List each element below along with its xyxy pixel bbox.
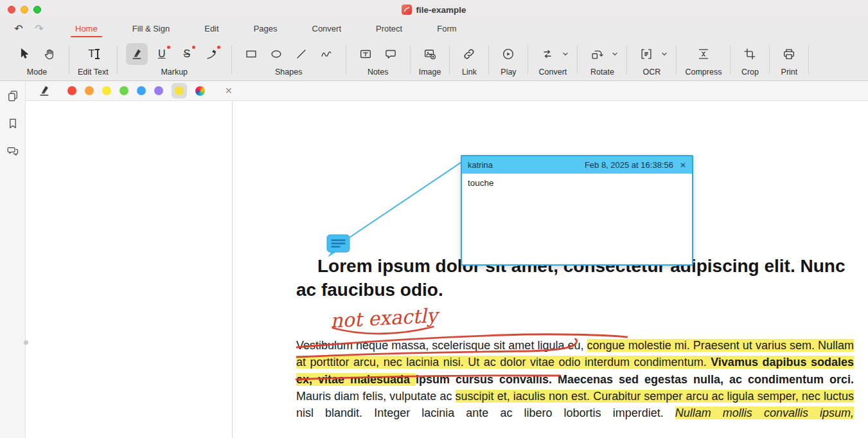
highlighted-italic-text[interactable]: Nullam mollis convallis ipsum, [675,406,854,419]
undo-button[interactable]: ↶ [10,21,27,37]
toolbar-group-play: Play [489,42,527,77]
strikethrough-icon: S [183,48,190,60]
ellipse-shape-button[interactable] [265,43,287,65]
app-window: file-example ↶ ↷ Home Fill & Sign Edit P… [0,0,868,438]
color-dot-indicator [217,46,220,49]
toolbar-group-crop: Crop [731,42,769,77]
comment-author: katrina [468,160,493,170]
thumbnails-panel-button[interactable] [3,85,23,107]
crop-button[interactable] [739,43,761,65]
thumbnails-panel [26,101,233,438]
printer-icon [782,47,796,61]
sticky-note-annotation[interactable] [326,234,356,259]
cursor-icon [17,47,31,61]
toolbar-group-shapes: Shapes [232,42,346,77]
main-toolbar: Mode T Edit Text U S [0,39,868,81]
color-swatch-red[interactable] [67,86,76,95]
hand-tool-button[interactable] [39,43,60,65]
play-button[interactable] [497,43,519,65]
toolbar-group-markup: U S Markup [118,42,231,77]
toolbar-label-notes: Notes [368,68,389,77]
document-page[interactable]: Lorem ipsum dolor sit amet, consectetur … [233,101,868,438]
bold-text: ipsum cursus convallis. Maecenas sed ege… [416,373,854,386]
line-shape-button[interactable] [290,43,312,65]
comment-body[interactable]: touche [462,174,692,264]
toolbar-label-compress: Compress [685,68,722,77]
toolbar-group-link: Link [450,42,488,77]
chevron-down-icon[interactable] [661,51,668,57]
selected-color-dot [175,86,184,95]
toolbar-group-rotate: Rotate [578,42,626,77]
comment-note-button[interactable] [380,43,402,65]
tab-fill-and-sign[interactable]: Fill & Sign [115,19,188,39]
color-swatch-purple[interactable] [154,86,163,95]
color-swatch-blue[interactable] [137,86,146,95]
convert-button[interactable] [536,43,558,65]
pen-tool-button[interactable] [201,43,223,65]
tab-form[interactable]: Form [420,19,474,39]
color-swatch-yellow[interactable] [102,86,111,95]
color-swatch-orange[interactable] [85,86,94,95]
insert-image-button[interactable] [419,43,441,65]
highlight-tool-button[interactable] [126,43,148,65]
edit-text-button[interactable]: T [82,43,104,65]
strikethrough-tool-button[interactable]: S [176,43,198,65]
freehand-shape-button[interactable] [315,43,337,65]
toolbar-group-mode: Mode [5,42,69,77]
ribbon-tabbar: ↶ ↷ Home Fill & Sign Edit Pages Convert … [0,19,868,39]
chevron-down-icon[interactable] [612,51,618,57]
highlighted-text[interactable]: suscipit et, iaculis non est. Curabitur … [456,390,854,403]
paragraph-segment: Mauris diam felis, vulputate ac [296,390,456,403]
tab-convert[interactable]: Convert [295,19,359,39]
ocr-icon [639,47,653,61]
text-note-button[interactable] [355,43,376,65]
comment-bubble-icon [384,47,398,61]
select-tool-button[interactable] [13,43,35,65]
custom-color-picker[interactable] [195,86,205,96]
insert-link-button[interactable] [458,43,480,65]
pages-copy-icon [6,89,19,102]
comment-popup[interactable]: katrina Feb 8, 2025 at 16:38:56 ✕ touche [461,155,693,266]
rectangle-icon [244,47,258,61]
panel-resize-handle[interactable] [24,340,28,345]
window-title-wrap: file-example [402,5,466,15]
comments-panel-button[interactable] [3,140,23,162]
bookmark-icon [6,117,19,130]
rotate-button[interactable] [586,43,608,65]
toolbar-label-print: Print [781,68,798,77]
edit-text-icon: T [88,48,94,60]
selected-color-swatch[interactable] [172,83,187,98]
comment-popup-header[interactable]: katrina Feb 8, 2025 at 16:38:56 ✕ [462,156,692,174]
tab-protect[interactable]: Protect [359,19,420,39]
line-icon [294,47,308,61]
redo-button[interactable]: ↷ [31,21,48,37]
tab-home[interactable]: Home [58,19,115,39]
comment-close-button[interactable]: ✕ [680,161,686,170]
ocr-button[interactable] [635,43,657,65]
toolbar-divider [808,45,809,75]
chevron-down-icon[interactable] [562,51,569,57]
bookmarks-panel-button[interactable] [3,113,23,134]
tab-edit[interactable]: Edit [187,19,236,39]
toolbar-group-compress: Compress [677,42,730,77]
tab-pages[interactable]: Pages [236,19,295,39]
left-icon-strip [0,81,26,438]
toolbar-label-rotate: Rotate [590,68,614,77]
toolbar-label-edit-text: Edit Text [78,68,109,77]
text-caret-icon [97,49,98,59]
highlighter-icon [130,47,144,61]
compress-button[interactable] [693,43,714,65]
close-markup-bar-button[interactable]: ✕ [225,86,233,96]
zoom-window-button[interactable] [33,6,41,14]
underline-tool-button[interactable]: U [151,43,173,65]
close-window-button[interactable] [8,6,15,14]
minimize-window-button[interactable] [21,6,28,14]
rectangle-shape-button[interactable] [240,43,262,65]
color-swatch-green[interactable] [120,86,128,95]
handwritten-ink-note[interactable]: not exactly [330,304,438,333]
print-button[interactable] [778,43,800,65]
ellipse-icon [269,47,283,61]
document-file-icon [402,5,412,15]
image-icon [423,47,437,61]
history-buttons: ↶ ↷ [10,21,48,37]
